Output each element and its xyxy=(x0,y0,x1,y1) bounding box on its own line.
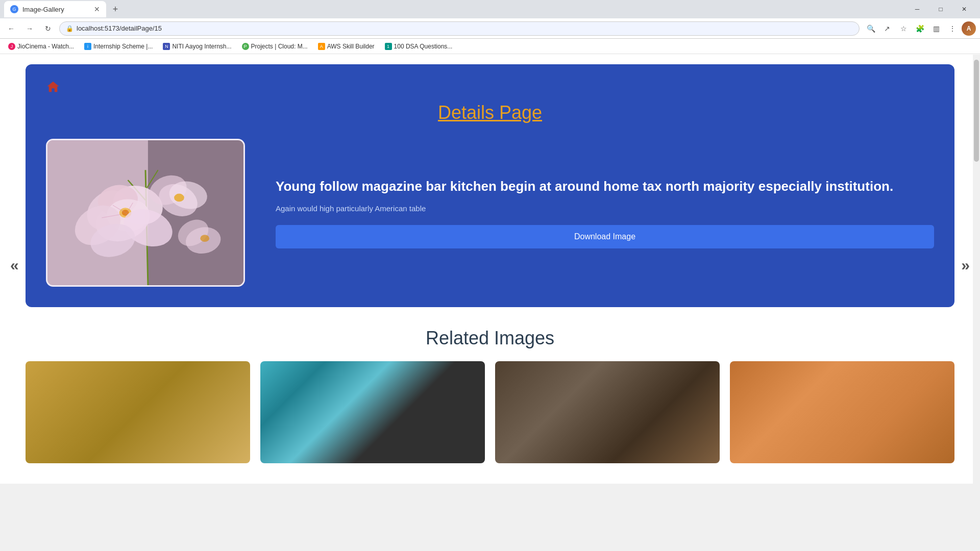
tab-title: Image-Gallery xyxy=(22,6,64,13)
scrollbar-thumb[interactable] xyxy=(974,60,979,162)
toolbar-icons: 🔍 ↗ ☆ 🧩 ▥ ⋮ A xyxy=(864,21,976,36)
detail-text: Young follow magazine bar kitchen begin … xyxy=(276,177,934,248)
lock-icon: 🔒 xyxy=(66,25,74,32)
detail-card: Details Page xyxy=(26,64,954,307)
refresh-button[interactable]: ↻ xyxy=(41,21,55,36)
new-tab-button[interactable]: + xyxy=(108,2,122,16)
bookmarks-bar: J JioCinema - Watch... i Internship Sche… xyxy=(0,39,980,54)
related-image-1[interactable] xyxy=(26,361,250,463)
profile-avatar[interactable]: A xyxy=(962,21,976,36)
window-controls: ─ □ ✕ xyxy=(905,0,976,18)
svg-point-21 xyxy=(200,235,209,242)
search-icon[interactable]: 🔍 xyxy=(864,21,878,36)
bookmark-jiocinema[interactable]: J JioCinema - Watch... xyxy=(4,42,78,51)
download-button[interactable]: Download Image xyxy=(276,225,934,248)
bookmark-label: Projects | Cloud: M... xyxy=(251,43,308,50)
detail-heading: Young follow magazine bar kitchen begin … xyxy=(276,177,934,195)
related-image-2[interactable] xyxy=(260,361,485,463)
tab-bar: G Image-Gallery ✕ + ─ □ ✕ xyxy=(0,0,980,18)
url-text: localhost:5173/detailPage/15 xyxy=(77,24,162,32)
next-arrow[interactable]: » xyxy=(961,257,970,274)
sidebar-icon[interactable]: ▥ xyxy=(929,21,943,36)
page-content: Details Page xyxy=(0,54,980,484)
back-button[interactable]: ← xyxy=(4,21,18,36)
bookmark-internship[interactable]: i Internship Scheme |... xyxy=(80,42,157,51)
svg-point-18 xyxy=(174,194,184,202)
bookmark-icon[interactable]: ☆ xyxy=(896,21,911,36)
bookmark-label: NITI Aayog Internsh... xyxy=(172,43,231,50)
share-icon[interactable]: ↗ xyxy=(880,21,894,36)
bookmark-label: AWS Skill Builder xyxy=(327,43,375,50)
related-image-4[interactable] xyxy=(730,361,954,463)
detail-subtext: Again would high particularly American t… xyxy=(276,204,934,213)
bookmark-label: 100 DSA Questions... xyxy=(394,43,453,50)
related-image-3[interactable] xyxy=(495,361,720,463)
aws-favicon: A xyxy=(318,43,325,50)
orchid-image xyxy=(47,140,243,285)
dsa-favicon: 1 xyxy=(385,43,392,50)
niti-favicon: N xyxy=(163,43,170,50)
bookmark-projects[interactable]: P Projects | Cloud: M... xyxy=(238,42,312,51)
browser-chrome: G Image-Gallery ✕ + ─ □ ✕ ← → ↻ 🔒 localh… xyxy=(0,0,980,54)
detail-content: Young follow magazine bar kitchen begin … xyxy=(46,139,934,287)
active-tab[interactable]: G Image-Gallery ✕ xyxy=(4,1,106,17)
related-section: Related Images xyxy=(0,307,980,473)
detail-image xyxy=(46,139,245,287)
prev-arrow[interactable]: « xyxy=(10,257,19,274)
projects-favicon: P xyxy=(242,43,249,50)
minimize-button[interactable]: ─ xyxy=(905,0,929,18)
more-icon[interactable]: ⋮ xyxy=(945,21,960,36)
address-bar-row: ← → ↻ 🔒 localhost:5173/detailPage/15 🔍 ↗… xyxy=(0,18,980,39)
address-bar[interactable]: 🔒 localhost:5173/detailPage/15 xyxy=(59,21,860,36)
related-grid xyxy=(26,361,954,463)
bookmark-niti[interactable]: N NITI Aayog Internsh... xyxy=(159,42,235,51)
svg-rect-1 xyxy=(148,140,243,286)
maximize-button[interactable]: □ xyxy=(929,0,952,18)
close-button[interactable]: ✕ xyxy=(952,0,976,18)
page-title: Details Page xyxy=(46,102,934,123)
related-title: Related Images xyxy=(26,328,954,349)
scrollbar[interactable] xyxy=(973,55,980,551)
bookmark-label: JioCinema - Watch... xyxy=(17,43,74,50)
extensions-icon[interactable]: 🧩 xyxy=(913,21,927,36)
internship-favicon: i xyxy=(84,43,91,50)
bookmark-label: Internship Scheme |... xyxy=(93,43,153,50)
forward-button[interactable]: → xyxy=(22,21,37,36)
tab-close-button[interactable]: ✕ xyxy=(94,5,100,13)
home-icon[interactable] xyxy=(46,80,60,97)
bookmark-dsa[interactable]: 1 100 DSA Questions... xyxy=(381,42,457,51)
bookmark-aws[interactable]: A AWS Skill Builder xyxy=(314,42,379,51)
jiocinema-favicon: J xyxy=(8,43,15,50)
tab-favicon: G xyxy=(10,5,18,13)
